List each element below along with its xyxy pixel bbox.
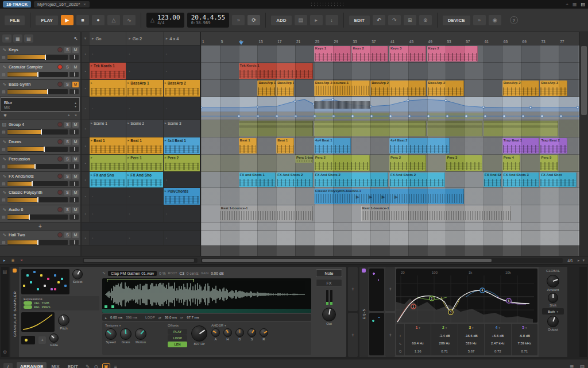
eq-band-4[interactable]: 4▾+5.6 dB2.47 kHz0.72 [484,324,510,355]
expression-toggle[interactable] [24,301,32,305]
launcher-view-icon[interactable]: ▦ [13,34,22,43]
timeline-ruler[interactable]: 1591317212529333741454953576165697377 [201,32,579,45]
arranger-clip[interactable]: 4x4 Beat 1 [314,138,351,154]
pointer-tool-icon[interactable]: ↖ [74,36,78,41]
add-play-icon[interactable]: ▸ [310,15,323,25]
add-device-button[interactable]: + [348,267,358,311]
pitch-curve-display[interactable] [21,312,55,332]
empty-clip-slot[interactable]: ▪ [90,231,126,245]
record-arm-button[interactable] [57,156,63,162]
mute-button[interactable]: M [72,174,79,179]
automation-write-button[interactable]: ∿ [123,15,136,25]
clip-slot[interactable]: ▸Scene 1 [90,120,126,137]
arranger-clip[interactable]: Perc 4 [502,155,520,171]
clip-slot[interactable]: ▸Beat 1 [126,137,163,154]
zoom-menu-icon[interactable]: ▸ [578,258,580,263]
solo-button[interactable]: S [64,156,71,162]
arranger-clip[interactable]: 4x4 Beat 2 [389,138,450,154]
edit-button[interactable]: EDIT [349,16,370,25]
sample-percent[interactable]: 0 % [159,271,165,275]
eq-band-gain[interactable] [405,332,431,340]
scene-button-2[interactable]: ▸Go 2 [126,32,163,45]
eq-amount-knob[interactable] [547,275,559,288]
play-start-marker[interactable] [239,41,243,45]
close-automation-lane-icon[interactable]: × [75,113,77,117]
mute-button[interactable]: M [72,190,79,195]
empty-clip-slot[interactable]: ▪ [90,205,126,222]
help-icon[interactable]: ? [510,16,518,24]
record-button[interactable]: ● [92,15,105,25]
track-row[interactable]: ∿Classic PolysynthSM▤ [0,188,80,205]
sample-waveform-display[interactable] [102,278,311,313]
clip-stop-button[interactable]: ▪ [82,188,89,205]
project-tab[interactable]: MyProject_16T_2020* × [34,1,90,7]
chevron-down-icon[interactable]: ▾ [119,324,121,327]
pan-control[interactable] [69,147,79,152]
clip-slot[interactable]: ▸FX And Sho [126,172,163,187]
clip-stop-button[interactable]: ▪ [82,137,89,154]
track-row[interactable]: ∿Bass-SynthSM▤ [0,80,80,97]
record-arm-button[interactable] [57,232,63,237]
delete-icon[interactable]: ⊗ [419,15,432,25]
pan-control[interactable] [69,197,79,202]
add-device-button-2[interactable]: + [348,313,358,357]
solo-button[interactable]: S [64,174,71,179]
clip-stop-button[interactable]: ▪ [82,80,89,97]
pan-control[interactable] [69,72,79,77]
pan-control[interactable] [69,214,79,220]
arranger-clip[interactable]: Perc 2 [314,155,370,171]
envelope-r-knob[interactable] [260,328,268,337]
eq-band-gain[interactable]: -16.6 dB [458,332,484,340]
arranger-clip[interactable] [239,121,314,136]
grain-knob[interactable] [120,328,131,340]
chevron-down-icon[interactable]: ▾ [225,324,226,327]
envelope-d-knob[interactable] [235,328,244,337]
song-time[interactable]: 0:38.969 [191,21,226,26]
tempo-display[interactable]: △ 123.00 4/4 [146,13,184,28]
mute-button[interactable]: M [72,64,79,70]
metronome-button[interactable]: △ [107,15,120,25]
xfade-value[interactable]: 36.0 ms [165,316,177,319]
snap-icon[interactable]: ⊙ [94,364,98,368]
clip-slot[interactable]: ▸PolyChords [164,188,200,205]
clip-slot[interactable]: ▸BassArp 2 [164,80,200,97]
solo-button[interactable]: S [64,207,71,213]
solo-button[interactable]: S [64,122,71,128]
eq-shift-knob[interactable] [548,293,558,303]
arranger-scrollbar[interactable] [201,258,563,263]
mute-button[interactable]: M [72,232,79,238]
device-nav-icon[interactable]: » [473,15,486,25]
empty-clip-slot[interactable]: ▪ [90,45,126,62]
envelope-h-knob[interactable] [223,328,232,337]
eq-band-3[interactable]: 3▾-16.6 dB539 Hz5.67 [458,324,484,355]
time-signature[interactable]: 4/4 [157,21,180,26]
clip-slot[interactable]: ▸Scene 3 [164,120,200,137]
add-eq-modulator-button-2[interactable]: + [385,313,395,357]
arranger-clip[interactable]: Trap Beat 1 [502,138,539,154]
arranger-clip[interactable]: Beat 1 [276,138,294,154]
stop-all-clips-button[interactable]: ▾ [82,32,89,45]
panel-settings-icon[interactable]: ⚙ [3,350,7,355]
arranger-clip[interactable] [427,121,483,136]
info-icon[interactable]: i [3,363,13,368]
clip-slot[interactable]: ▸ [90,80,126,97]
empty-clip-slot[interactable]: ▪ [164,231,200,245]
eq-band-gain[interactable]: -3.4 dB [431,332,457,340]
mixer-panel-icon[interactable]: ≣ [570,364,574,368]
clip-slot[interactable]: ▸Tek Kords 1 [90,63,126,79]
record-arm-button[interactable] [57,47,63,52]
out-knob[interactable] [322,308,336,321]
automation-parameter-selector[interactable]: BlurMix▴▾ [1,97,80,112]
zoom-level[interactable]: 4/1 [566,259,574,263]
volume-fader[interactable] [7,55,68,60]
volume-fader[interactable] [7,147,68,152]
track-row[interactable]: ∿KeysSM▤ [0,45,80,63]
volume-fader[interactable] [7,181,68,186]
fx-tab[interactable]: FX [316,279,342,287]
arranger-clip[interactable]: Keys 2 [427,46,478,62]
volume-fader[interactable] [7,214,68,220]
note-tab[interactable]: Note [316,269,342,277]
eq-band-gain[interactable]: -6.8 dB [512,332,537,340]
filter-cutoff-knob[interactable] [191,325,207,342]
envelope-a-knob[interactable] [211,328,220,337]
